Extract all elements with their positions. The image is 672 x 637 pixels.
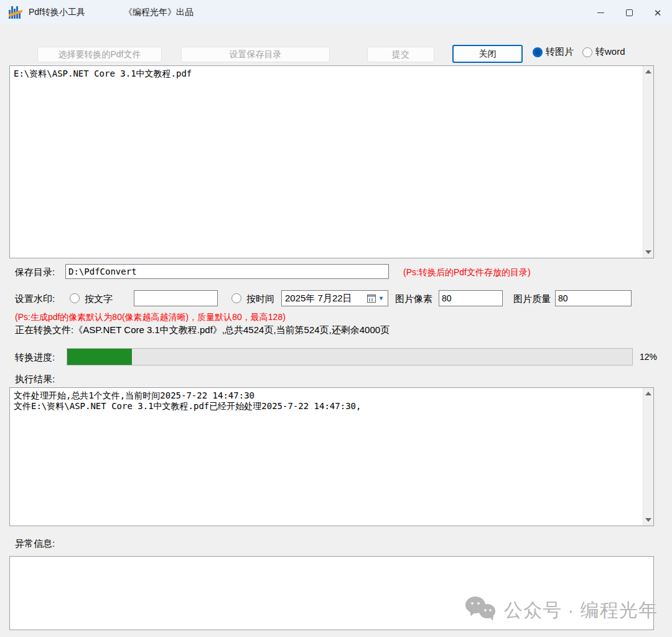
- result-box[interactable]: 文件处理开始,总共1个文件,当前时间2025-7-22 14:47:30 文件E…: [9, 387, 654, 526]
- watermark-label: 设置水印:: [15, 293, 55, 305]
- date-value: 2025年 7月22日: [282, 293, 367, 304]
- error-content: [10, 557, 653, 562]
- pixel-note: (Ps:生成pdf的像素默认为80(像素越高越清晰)，质量默认80，最高128): [15, 312, 286, 323]
- select-pdf-button[interactable]: 选择要转换的Pdf文件: [37, 47, 162, 62]
- file-list-scrollbar[interactable]: [643, 66, 653, 258]
- result-scrollbar[interactable]: [643, 388, 653, 526]
- pixel-label: 图片像素: [395, 293, 432, 305]
- quality-input[interactable]: 80: [555, 290, 632, 306]
- pixel-input[interactable]: 80: [439, 290, 503, 306]
- by-text-label: 按文字: [85, 293, 113, 305]
- footer-watermark: 公众号 · 编程光年: [465, 597, 658, 624]
- caption-buttons: ✕: [586, 0, 672, 25]
- titlebar: Pdf转换小工具 《编程光年》出品 ✕: [0, 0, 672, 25]
- result-label: 执行结果:: [15, 374, 55, 385]
- date-picker[interactable]: 2025年 7月22日 ▼: [281, 290, 388, 306]
- progress-percent: 12%: [640, 352, 657, 362]
- minimize-icon: [597, 12, 604, 13]
- converting-status: 正在转换文件:《ASP.NET Core 3.1中文教程.pdf》,总共4524…: [15, 324, 390, 336]
- radio-by-time[interactable]: [231, 293, 241, 303]
- progress-label: 转换进度:: [15, 352, 55, 364]
- pdf-converter-window: Pdf转换小工具 《编程光年》出品 ✕ 选择要转换的Pdf文件 设置保存目录 提…: [0, 0, 672, 637]
- progress-fill: [67, 349, 132, 365]
- calendar-icon: [367, 295, 376, 303]
- app-bar-chart-icon: [9, 6, 22, 19]
- footer-watermark-text: 公众号 · 编程光年: [504, 598, 658, 623]
- maximize-icon: [626, 9, 633, 16]
- watermark-text-input[interactable]: [134, 290, 218, 306]
- radio-by-text[interactable]: [70, 293, 80, 303]
- set-save-dir-button[interactable]: 设置保存目录: [181, 47, 330, 62]
- radio-convert-image[interactable]: 转图片: [533, 46, 574, 58]
- result-content: 文件处理开始,总共1个文件,当前时间2025-7-22 14:47:30 文件E…: [10, 388, 653, 414]
- file-list-box[interactable]: E:\资料\ASP.NET Core 3.1中文教程.pdf: [9, 65, 654, 258]
- by-time-label: 按时间: [246, 293, 274, 305]
- scroll-up-icon[interactable]: [645, 70, 651, 73]
- radio-convert-word[interactable]: 转word: [582, 46, 625, 58]
- window-subtitle: 《编程光年》出品: [124, 7, 194, 18]
- save-dir-input[interactable]: D:\PdfConvert: [65, 264, 389, 279]
- radio-convert-word-label: 转word: [595, 46, 625, 58]
- radio-convert-image-label: 转图片: [546, 46, 574, 58]
- file-list-content: E:\资料\ASP.NET Core 3.1中文教程.pdf: [10, 66, 653, 82]
- scroll-down-icon[interactable]: [645, 518, 651, 522]
- close-icon: ✕: [654, 8, 662, 17]
- close-button[interactable]: 关闭: [452, 45, 523, 63]
- minimize-button[interactable]: [586, 0, 615, 25]
- quality-label: 图片质量: [513, 293, 551, 305]
- convert-mode-group: 转图片 转word: [533, 46, 625, 58]
- scroll-up-icon[interactable]: [645, 392, 651, 395]
- submit-button[interactable]: 提交: [367, 47, 434, 62]
- window-title: Pdf转换小工具: [29, 7, 85, 18]
- scroll-down-icon[interactable]: [645, 250, 651, 254]
- error-label: 异常信息:: [15, 538, 55, 550]
- radio-selected-icon: [533, 47, 543, 57]
- close-window-button[interactable]: ✕: [643, 0, 672, 25]
- dropdown-arrow-icon[interactable]: ▼: [378, 295, 384, 301]
- save-dir-label: 保存目录:: [15, 267, 55, 278]
- progress-bar: [67, 348, 633, 366]
- save-dir-note: (Ps:转换后的Pdf文件存放的目录): [403, 267, 531, 278]
- wechat-icon: [465, 597, 498, 624]
- radio-unselected-icon: [582, 47, 592, 57]
- maximize-button[interactable]: [615, 0, 643, 25]
